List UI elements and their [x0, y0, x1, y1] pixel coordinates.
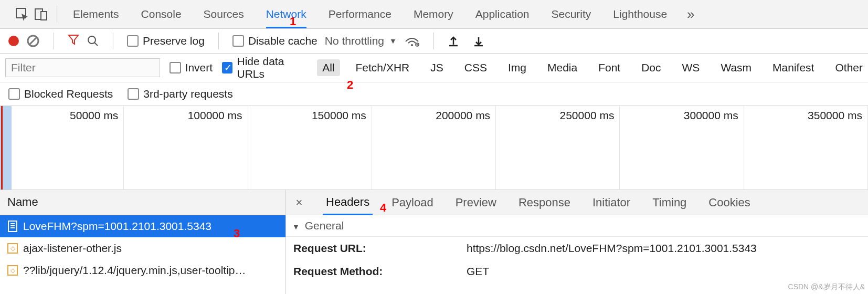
name-column-header[interactable]: Name: [0, 190, 285, 215]
chip-ws[interactable]: WS: [677, 59, 705, 76]
tab-preview[interactable]: Preview: [452, 190, 500, 215]
preserve-log-checkbox[interactable]: Preserve log: [127, 35, 205, 47]
resource-type-filter: All Fetch/XHR JS CSS Img Media Font Doc …: [317, 59, 868, 76]
timeline-label: 150000 ms: [312, 109, 366, 122]
throttling-dropdown[interactable]: No throttling ▼: [325, 35, 397, 47]
blocked-requests-label: Blocked Requests: [24, 88, 113, 100]
document-icon: [7, 220, 18, 233]
tab-initiator[interactable]: Initiator: [589, 190, 633, 215]
request-method-row: Request Method: GET: [286, 260, 868, 283]
checkbox-icon: [8, 88, 20, 100]
chevron-down-icon: ▼: [389, 37, 397, 45]
chip-doc[interactable]: Doc: [636, 59, 666, 76]
request-url-value: https://blog.csdn.net/LoveFHM?spm=1001.2…: [467, 242, 861, 255]
disclosure-triangle-icon: ▼: [292, 223, 300, 231]
chip-wasm[interactable]: Wasm: [715, 59, 757, 76]
timeline-label: 50000 ms: [70, 109, 118, 122]
tab-timing[interactable]: Timing: [649, 190, 690, 215]
tab-performance[interactable]: Performance: [329, 1, 391, 28]
js-icon: ◇: [7, 243, 18, 254]
separator: [57, 6, 57, 23]
tab-sources[interactable]: Sources: [204, 1, 244, 28]
checkbox-icon: [232, 35, 244, 47]
request-row[interactable]: ◇ ??lib/jquery/1.12.4/jquery.min.js,user…: [0, 259, 285, 281]
checkbox-icon: [128, 88, 139, 100]
general-label: General: [305, 219, 344, 232]
tab-memory[interactable]: Memory: [414, 1, 453, 28]
throttling-label: No throttling: [325, 35, 384, 47]
annotation-1: 1: [290, 15, 296, 28]
request-method-key: Request Method:: [293, 265, 456, 278]
clear-button[interactable]: [26, 34, 40, 48]
tab-console[interactable]: Console: [141, 1, 182, 28]
request-url-row: Request URL: https://blog.csdn.net/LoveF…: [286, 237, 868, 260]
tab-security[interactable]: Security: [551, 1, 591, 28]
tab-lighthouse[interactable]: Lighthouse: [613, 1, 667, 28]
js-icon: ◇: [7, 265, 18, 276]
request-row[interactable]: ◇ ajax-listener-other.js: [0, 237, 285, 259]
filter-toggle-icon[interactable]: [68, 34, 79, 48]
disable-cache-checkbox[interactable]: Disable cache: [232, 35, 317, 47]
chip-all[interactable]: All: [317, 59, 340, 76]
separator: [113, 33, 113, 49]
filter-input[interactable]: [5, 58, 160, 77]
separator: [218, 33, 219, 49]
chip-other[interactable]: Other: [830, 59, 868, 76]
request-detail-pane: × Headers Payload Preview Response Initi…: [286, 190, 868, 294]
preserve-log-label: Preserve log: [143, 35, 205, 47]
tab-response[interactable]: Response: [515, 190, 574, 215]
request-row[interactable]: LoveFHM?spm=1001.2101.3001.5343: [0, 215, 285, 237]
chip-fetch-xhr[interactable]: Fetch/XHR: [351, 59, 415, 76]
disable-cache-label: Disable cache: [248, 35, 317, 47]
tab-headers[interactable]: Headers: [323, 190, 373, 215]
tab-application[interactable]: Application: [475, 1, 530, 28]
watermark: CSDN @&岁月不待人&: [788, 282, 865, 292]
request-name: ajax-listener-other.js: [23, 242, 122, 255]
chip-img[interactable]: Img: [503, 59, 532, 76]
download-har-icon[interactable]: [473, 35, 484, 47]
tab-cookies[interactable]: Cookies: [705, 190, 753, 215]
third-party-checkbox[interactable]: 3rd-party requests: [128, 88, 232, 100]
general-section-header[interactable]: ▼ General: [286, 215, 868, 237]
chip-media[interactable]: Media: [542, 59, 583, 76]
filter-bar-2: Blocked Requests 3rd-party requests: [0, 82, 868, 106]
device-toolbar-icon[interactable]: [31, 5, 50, 24]
inspect-element-icon[interactable]: [13, 5, 31, 24]
chip-manifest[interactable]: Manifest: [767, 59, 819, 76]
svg-line-4: [29, 37, 37, 45]
network-conditions-icon[interactable]: [404, 35, 420, 47]
close-detail-icon[interactable]: ×: [291, 195, 307, 211]
request-name: ??lib/jquery/1.12.4/jquery.min.js,user-t…: [23, 264, 246, 277]
checkbox-icon: [222, 62, 232, 74]
more-tabs-icon[interactable]: »: [687, 6, 694, 23]
detail-tabs: × Headers Payload Preview Response Initi…: [286, 190, 868, 215]
request-url-key: Request URL:: [293, 242, 456, 255]
hide-data-urls-label: Hide data URLs: [237, 55, 308, 80]
timeline-label: 350000 ms: [808, 109, 862, 122]
svg-line-6: [94, 43, 98, 46]
tab-elements[interactable]: Elements: [73, 1, 119, 28]
panel-tabs: Elements Console Sources Network Perform…: [73, 1, 667, 28]
chip-js[interactable]: JS: [425, 59, 449, 76]
tab-network[interactable]: Network: [266, 1, 306, 28]
devtools-main-tabs: Elements Console Sources Network Perform…: [0, 0, 868, 29]
chip-font[interactable]: Font: [593, 59, 626, 76]
separator: [54, 33, 54, 49]
network-toolbar: Preserve log Disable cache No throttling…: [0, 29, 868, 54]
checkbox-icon: [127, 35, 139, 47]
svg-point-5: [88, 36, 96, 44]
request-list-pane: Name LoveFHM?spm=1001.2101.3001.5343 ◇ a…: [0, 190, 286, 294]
upload-har-icon[interactable]: [448, 35, 459, 47]
timeline-label: 100000 ms: [188, 109, 242, 122]
chip-css[interactable]: CSS: [459, 59, 492, 76]
annotation-4: 4: [380, 201, 386, 215]
search-icon[interactable]: [87, 35, 99, 47]
tab-payload[interactable]: Payload: [388, 190, 437, 215]
invert-checkbox[interactable]: Invert: [170, 61, 213, 74]
timeline-label: 300000 ms: [684, 109, 738, 122]
annotation-2: 2: [347, 78, 353, 92]
timeline-overview[interactable]: 50000 ms 100000 ms 150000 ms 200000 ms 2…: [0, 106, 868, 190]
hide-data-urls-checkbox[interactable]: Hide data URLs: [222, 55, 308, 80]
blocked-requests-checkbox[interactable]: Blocked Requests: [8, 88, 113, 100]
record-button[interactable]: [8, 36, 19, 46]
